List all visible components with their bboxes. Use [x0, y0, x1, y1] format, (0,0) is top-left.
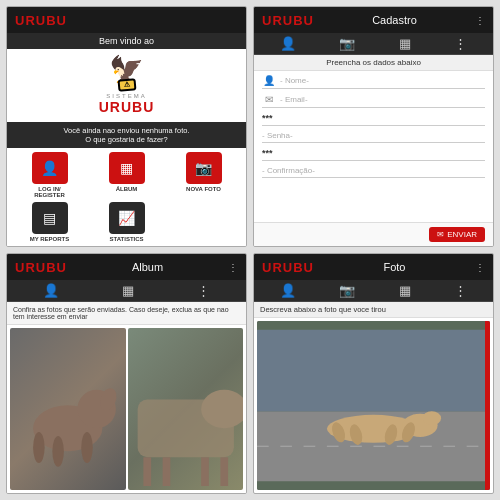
logo-foto: URUBU: [262, 260, 314, 275]
nav-more-album[interactable]: ⋮: [197, 283, 210, 298]
message-line1: Você ainda nao enviou nenhuma foto.: [13, 126, 240, 135]
nav-person-foto[interactable]: 👤: [280, 283, 296, 298]
confirm-placeholder-field: - Confirmação-: [262, 166, 485, 178]
my-reports-label: MY REPORTS: [30, 236, 70, 242]
confirm-placeholder: - Confirmação-: [262, 166, 315, 175]
svg-point-3: [33, 432, 45, 463]
nova-foto-label: NOVA FOTO: [186, 186, 221, 192]
my-reports-button[interactable]: ▤: [32, 202, 68, 234]
album-thumb-1[interactable]: [10, 328, 126, 490]
person-field-icon: 👤: [262, 75, 276, 86]
senha-placeholder: - Senha-: [262, 131, 293, 140]
login-label: LOG IN/REGISTER: [34, 186, 65, 198]
nav-more-icon[interactable]: ⋮: [454, 36, 467, 51]
login-button[interactable]: 👤: [32, 152, 68, 184]
name-field: 👤 - Nome-: [262, 75, 485, 89]
statistics-button-cell: 📈 STATISTICS: [90, 202, 163, 242]
logo-cadastro: URUBU: [262, 13, 314, 28]
password-field: ***: [262, 113, 485, 126]
foto-title: Foto: [383, 261, 405, 273]
logo-home: URUBU: [15, 13, 67, 28]
album-more-icon: ⋮: [228, 262, 238, 273]
screen-home: URUBU Bem vindo ao 🦅 ⚠ SISTEMA URUBU Voc…: [6, 6, 247, 247]
red-bar: [485, 321, 490, 490]
confirm-field: ***: [262, 148, 485, 161]
header-home: URUBU: [7, 7, 246, 33]
email-field-icon: ✉: [262, 94, 276, 105]
nav-camera-icon[interactable]: 📷: [339, 36, 355, 51]
foto-subtitle: Descreva abaixo a foto que voce tirou: [254, 302, 493, 318]
name-placeholder: - Nome-: [280, 76, 309, 85]
form-subtitle: Preencha os dados abaixo: [254, 55, 493, 71]
foto-image: [257, 321, 490, 490]
header-album: URUBU Album ⋮: [7, 254, 246, 280]
nav-grid-foto[interactable]: ▦: [399, 283, 411, 298]
enviar-label: ENVIAR: [447, 230, 477, 239]
album-thumb-2[interactable]: [128, 328, 244, 490]
screen-cadastro: URUBU Cadastro ⋮ 👤 📷 ▦ ⋮ Preencha os dad…: [253, 6, 494, 247]
confirm-stars: ***: [262, 148, 273, 158]
album-label: ÁLBUM: [116, 186, 138, 192]
foto-more-icon: ⋮: [475, 262, 485, 273]
nav-grid-icon[interactable]: ▦: [399, 36, 411, 51]
dog-image-2: [128, 328, 244, 490]
header-foto: URUBU Foto ⋮: [254, 254, 493, 280]
svg-point-5: [81, 432, 93, 463]
buttons-row1: 👤 LOG IN/REGISTER ▦ ÁLBUM 📷 NOVA FOTO: [7, 148, 246, 202]
screen-foto: URUBU Foto ⋮ 👤 📷 ▦ ⋮ Descreva abaixo a f…: [253, 253, 494, 494]
email-placeholder: - Email-: [280, 95, 308, 104]
my-reports-button-cell: ▤ MY REPORTS: [13, 202, 86, 242]
message-line2: O que gostaria de fazer?: [13, 135, 240, 144]
password-placeholder-field: - Senha-: [262, 131, 485, 143]
more-icon: ⋮: [475, 15, 485, 26]
nova-foto-button-cell: 📷 NOVA FOTO: [167, 152, 240, 198]
album-button[interactable]: ▦: [109, 152, 145, 184]
screen-album: URUBU Album ⋮ 👤 ▦ ⋮ Confira as fotos que…: [6, 253, 247, 494]
enviar-icon: ✉: [437, 230, 444, 239]
svg-point-17: [422, 411, 441, 425]
login-button-cell: 👤 LOG IN/REGISTER: [13, 152, 86, 198]
album-title: Album: [132, 261, 163, 273]
nav-bar-album: 👤 ▦ ⋮: [7, 280, 246, 302]
urubu-logo-box: 🦅 ⚠ SISTEMA URUBU: [99, 57, 155, 115]
album-button-cell: ▦ ÁLBUM: [90, 152, 163, 198]
header-cadastro: URUBU Cadastro ⋮: [254, 7, 493, 33]
form-footer: ✉ ENVIAR: [254, 222, 493, 246]
header-icons-foto: ⋮: [475, 262, 485, 273]
logo-area: 🦅 ⚠ SISTEMA URUBU: [7, 49, 246, 122]
enviar-button[interactable]: ✉ ENVIAR: [429, 227, 485, 242]
password-stars: ***: [262, 113, 273, 123]
dog-image-1: [10, 328, 126, 490]
header-icons-album: ⋮: [228, 262, 238, 273]
svg-rect-14: [257, 330, 490, 412]
nav-person-album[interactable]: 👤: [43, 283, 59, 298]
album-description: Confira as fotos que serão enviadas. Cas…: [7, 302, 246, 325]
nav-bar-foto: 👤 📷 ▦ ⋮: [254, 280, 493, 302]
logo-album: URUBU: [15, 260, 67, 275]
nav-grid-album[interactable]: ▦: [122, 283, 134, 298]
nova-foto-button[interactable]: 📷: [186, 152, 222, 184]
statistics-label: STATISTICS: [109, 236, 143, 242]
svg-point-4: [52, 436, 64, 467]
album-images: [7, 325, 246, 493]
warning-sign-icon: ⚠: [117, 78, 136, 92]
empty-cell: [167, 202, 240, 242]
nav-bar-cadastro: 👤 📷 ▦ ⋮: [254, 33, 493, 55]
welcome-text: Bem vindo ao: [7, 33, 246, 49]
header-icons-cadastro: ⋮: [475, 15, 485, 26]
email-field[interactable]: ✉ - Email-: [262, 94, 485, 108]
nav-camera-foto[interactable]: 📷: [339, 283, 355, 298]
urubu-text: URUBU: [99, 99, 155, 115]
nav-person-icon[interactable]: 👤: [280, 36, 296, 51]
message-area: Você ainda nao enviou nenhuma foto. O qu…: [7, 122, 246, 148]
foto-image-area: [257, 321, 490, 490]
nav-more-foto[interactable]: ⋮: [454, 283, 467, 298]
cadastro-title: Cadastro: [372, 14, 417, 26]
statistics-button[interactable]: 📈: [109, 202, 145, 234]
form-body: 👤 - Nome- ✉ - Email- *** - Senha- *** - …: [254, 71, 493, 222]
buttons-row2: ▤ MY REPORTS 📈 STATISTICS: [7, 202, 246, 246]
